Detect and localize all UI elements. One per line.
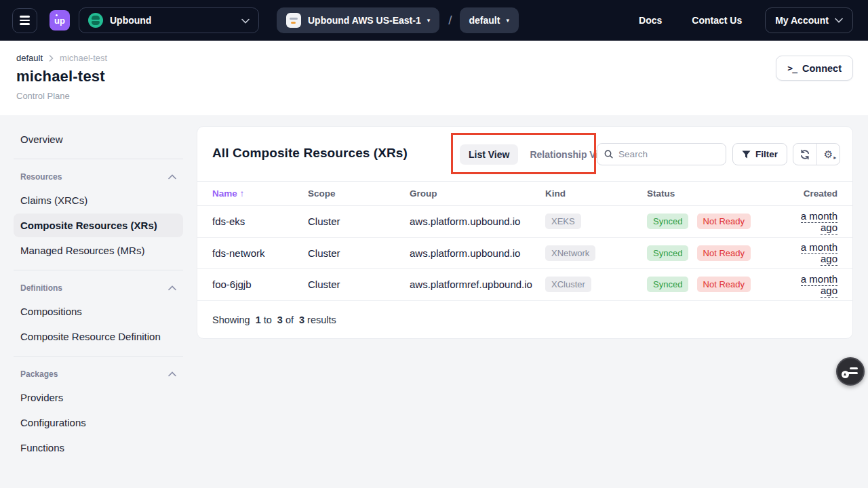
column-header-group[interactable]: Group [410, 188, 545, 199]
sidebar-divider [14, 270, 183, 270]
search-icon [604, 149, 613, 159]
nav-link-docs[interactable]: Docs [639, 15, 662, 26]
chevron-up-icon [168, 174, 176, 180]
connect-button[interactable]: >_ Connect [776, 56, 853, 81]
cell-group: aws.platform.upbound.io [410, 247, 545, 259]
auto-refresh-settings-button[interactable]: ⚙▸ [816, 144, 840, 165]
results-total: 3 [299, 314, 304, 325]
org-selector-dropdown[interactable]: Upbound [79, 7, 259, 33]
cell-kind: XEKS [545, 214, 647, 229]
my-account-button[interactable]: My Account [765, 7, 853, 33]
table-row[interactable]: fds-network Cluster aws.platform.upbound… [197, 238, 852, 270]
sidebar-item-composite-resources-xrs[interactable]: Composite Resources (XRs) [14, 214, 183, 237]
status-badge-synced: Synced [647, 277, 688, 292]
sidebar-item-overview[interactable]: Overview [14, 127, 183, 151]
sidebar-divider [14, 159, 183, 159]
caret-down-icon: ▾ [506, 17, 509, 24]
tab-list-view[interactable]: List View [460, 144, 518, 165]
panel-header: All Composite Resources (XRs) List View … [197, 127, 852, 181]
view-toggle-tabs: List View Relationship View [460, 144, 620, 165]
status-badge-not-ready: Not Ready [697, 245, 751, 261]
chevron-down-icon [835, 18, 843, 23]
sidebar-item-claims-xrcs[interactable]: Claims (XRCs) [14, 188, 183, 212]
cell-created: a month ago [783, 241, 837, 264]
filter-button[interactable]: Filter [732, 143, 787, 165]
status-badge-not-ready: Not Ready [697, 214, 751, 229]
search-box [597, 143, 726, 165]
breadcrumb-current: michael-test [60, 53, 107, 63]
table-row[interactable]: foo-6jgjb Cluster aws.platformref.upboun… [197, 269, 852, 301]
chevron-up-icon [168, 371, 176, 377]
table-row[interactable]: fds-eks Cluster aws.platform.upbound.io … [197, 206, 852, 238]
top-navbar: up Upbound Upbound AWS US-East-1 ▾ / def… [0, 0, 868, 41]
sidebar-item-configurations[interactable]: Configurations [14, 411, 183, 434]
sidebar-divider [14, 356, 183, 357]
sidebar-item-providers[interactable]: Providers [14, 386, 183, 409]
created-tooltip-text[interactable]: a month ago [801, 210, 837, 235]
cell-name[interactable]: fds-network [212, 247, 308, 259]
sidebar: Overview Resources Claims (XRCs) Composi… [14, 126, 183, 461]
cell-name[interactable]: foo-6jgjb [212, 279, 308, 290]
hamburger-menu-button[interactable] [12, 8, 37, 33]
results-to: 3 [277, 314, 283, 325]
column-header-name[interactable]: Name ↑ [212, 188, 308, 199]
content-area: Overview Resources Claims (XRCs) Composi… [0, 115, 868, 488]
results-from: 1 [256, 314, 261, 325]
status-badge-not-ready: Not Ready [697, 277, 751, 292]
group-selector[interactable]: default ▾ [460, 7, 519, 33]
search-input[interactable] [618, 149, 719, 159]
group-label: default [469, 15, 500, 26]
sidebar-item-functions[interactable]: Functions [14, 436, 183, 460]
chevron-down-icon [241, 14, 250, 26]
navbar-right-group: Docs Contact Us My Account [609, 7, 853, 33]
kind-badge: XEKS [545, 214, 581, 229]
created-tooltip-text[interactable]: a month ago [801, 241, 837, 266]
cell-group: aws.platform.upbound.io [410, 216, 545, 227]
composite-resources-panel: All Composite Resources (XRs) List View … [197, 126, 853, 339]
chevron-up-icon [168, 285, 176, 291]
feedback-widget-button[interactable] [836, 357, 865, 386]
nav-link-contact-us[interactable]: Contact Us [692, 15, 742, 26]
filter-label: Filter [755, 149, 778, 159]
sidebar-section-resources[interactable]: Resources [14, 167, 183, 187]
cell-status: Synced Not Ready [647, 277, 783, 292]
panel-title: All Composite Resources (XRs) [212, 146, 408, 161]
column-header-status[interactable]: Status [647, 188, 783, 199]
column-header-created[interactable]: Created [783, 188, 837, 199]
page-header: default michael-test michael-test Contro… [0, 41, 868, 115]
slash-separator: / [448, 13, 452, 28]
control-plane-selector[interactable]: Upbound AWS US-East-1 ▾ [277, 7, 439, 33]
sidebar-section-definitions[interactable]: Definitions [14, 278, 183, 298]
section-header-label: Resources [20, 172, 62, 182]
sidebar-item-compositions[interactable]: Compositions [14, 300, 183, 323]
control-plane-icon [286, 13, 301, 28]
breadcrumb: default michael-test [16, 53, 853, 63]
status-badge-synced: Synced [647, 245, 688, 261]
terminal-icon: >_ [787, 63, 797, 73]
sidebar-item-managed-resources-mrs[interactable]: Managed Resources (MRs) [14, 239, 183, 262]
created-tooltip-text[interactable]: a month ago [801, 273, 837, 298]
page-title: michael-test [16, 68, 853, 85]
cell-group: aws.platformref.upbound.io [410, 279, 545, 290]
column-header-scope[interactable]: Scope [308, 188, 410, 199]
cell-status: Synced Not Ready [647, 214, 783, 229]
column-header-kind[interactable]: Kind [545, 188, 647, 199]
hamburger-icon [20, 16, 30, 17]
sidebar-item-composite-resource-definition[interactable]: Composite Resource Definition [14, 325, 183, 348]
filter-icon [742, 150, 751, 159]
section-header-label: Definitions [20, 283, 62, 293]
refresh-button[interactable] [793, 144, 816, 165]
sidebar-section-packages[interactable]: Packages [14, 364, 183, 384]
control-plane-label: Upbound AWS US-East-1 [308, 15, 421, 26]
cell-name[interactable]: fds-eks [212, 216, 308, 227]
upbound-logo[interactable]: up [50, 10, 70, 30]
connect-label: Connect [802, 63, 842, 74]
sort-asc-icon: ↑ [240, 188, 245, 199]
cell-created: a month ago [783, 273, 837, 296]
cell-scope: Cluster [308, 279, 410, 290]
cell-scope: Cluster [308, 216, 410, 227]
breadcrumb-group-link[interactable]: default [16, 53, 43, 63]
breadcrumb-chevron-icon [48, 55, 54, 62]
section-header-label: Packages [20, 369, 58, 379]
table-header-row: Name ↑ Scope Group Kind Status Created [197, 181, 852, 206]
